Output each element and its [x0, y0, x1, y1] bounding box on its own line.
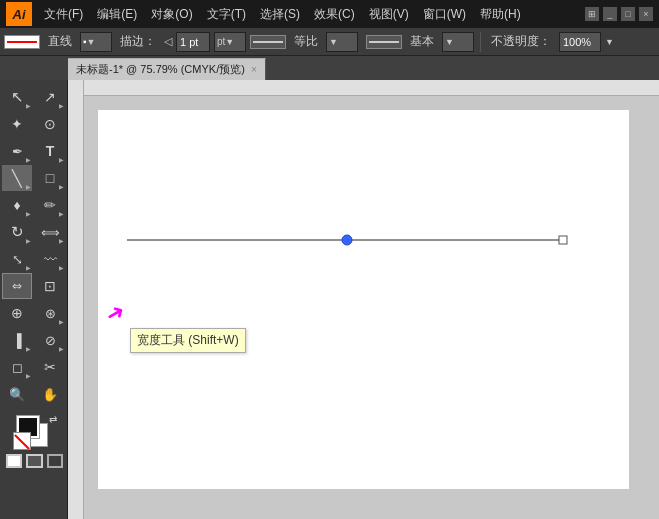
tool-shape-builder[interactable]: ⊕	[2, 300, 32, 326]
horizontal-ruler: /* ruler ticks */	[68, 80, 659, 96]
hand-icon: ✋	[42, 387, 58, 402]
line-endpoint-handle[interactable]	[559, 236, 567, 244]
tool-free-transform[interactable]: ⊡	[35, 273, 65, 299]
scale-arrow: ▶	[26, 264, 31, 271]
pen-icon: ✒	[12, 144, 23, 159]
menu-file[interactable]: 文件(F)	[38, 4, 89, 25]
tool-magic-wand[interactable]: ✦	[2, 111, 32, 137]
color-area: ⇄	[2, 408, 67, 468]
screen-mode-row	[6, 454, 63, 468]
tooltip: 宽度工具 (Shift+W)	[130, 328, 246, 353]
type-icon: T	[46, 143, 55, 159]
line-icon: ╲	[12, 169, 22, 188]
title-bar: Ai 文件(F) 编辑(E) 对象(O) 文字(T) 选择(S) 效果(C) 视…	[0, 0, 659, 28]
menu-bar: 文件(F) 编辑(E) 对象(O) 文字(T) 选择(S) 效果(C) 视图(V…	[38, 4, 579, 25]
scissors-icon: ✂	[44, 359, 56, 375]
border-value-input[interactable]	[176, 32, 210, 52]
tool-symbol[interactable]: ⊛ ▶	[35, 300, 65, 326]
chart-icon: ▐	[12, 333, 21, 348]
scale-icon: ⤡	[12, 252, 23, 267]
warp-icon: 〰	[44, 252, 57, 267]
zoom-icon: 🔍	[9, 387, 25, 402]
tool-eraser[interactable]: ◻ ▶	[2, 354, 32, 380]
border-unit-label: pt	[217, 36, 225, 47]
paintbrush-icon: ♦	[13, 197, 20, 213]
tool-scissors[interactable]: ✂	[35, 354, 65, 380]
tool-zoom[interactable]: 🔍	[2, 381, 32, 407]
opacity-input[interactable]	[559, 32, 601, 52]
opacity-arrow[interactable]: ▼	[605, 37, 614, 47]
tab-close-button[interactable]: ×	[251, 64, 257, 75]
menu-window[interactable]: 窗口(W)	[417, 4, 472, 25]
tool-pen[interactable]: ✒ ▶	[2, 138, 32, 164]
fill-stroke-boxes: ⇄	[13, 414, 57, 450]
tool-chart[interactable]: ▐ ▶	[2, 327, 32, 353]
tool-lasso[interactable]: ⊙	[35, 111, 65, 137]
tab-label: 未标题-1* @ 75.79% (CMYK/预览)	[76, 62, 245, 77]
menu-edit[interactable]: 编辑(E)	[91, 4, 143, 25]
stroke-type-arrow: ▼	[87, 37, 96, 47]
equal-label: 等比	[290, 33, 322, 50]
direct-select-arrow: ▶	[59, 102, 64, 109]
menu-text[interactable]: 文字(T)	[201, 4, 252, 25]
direct-select-icon: ↗	[44, 89, 56, 105]
fullscreen-mode-button[interactable]	[26, 454, 42, 468]
window-controls: ⊞ _ □ ×	[585, 7, 653, 21]
none-icon[interactable]	[13, 432, 31, 450]
tool-line[interactable]: ╲ ▶	[2, 165, 32, 191]
stroke-color-preview[interactable]	[4, 35, 40, 49]
border-unit-arrow: ▼	[225, 37, 234, 47]
width-icon: ⇔	[12, 279, 22, 293]
tooltip-text: 宽度工具 (Shift+W)	[137, 333, 239, 347]
magic-wand-icon: ✦	[11, 116, 23, 132]
menu-view[interactable]: 视图(V)	[363, 4, 415, 25]
border-unit-dropdown[interactable]: pt ▼	[214, 32, 246, 52]
tool-hand[interactable]: ✋	[35, 381, 65, 407]
tool-paintbrush[interactable]: ♦ ▶	[2, 192, 32, 218]
slice-arrow: ▶	[59, 345, 64, 352]
pen-arrow: ▶	[26, 156, 31, 163]
tool-rectangle[interactable]: □ ▶	[35, 165, 65, 191]
base-dropdown[interactable]: ▼	[442, 32, 474, 52]
opacity-label: 不透明度：	[487, 33, 555, 50]
line-midpoint-handle[interactable]	[342, 235, 352, 245]
drawing-canvas[interactable]	[98, 110, 629, 489]
rotate-icon: ↻	[11, 223, 24, 241]
tool-width[interactable]: ⇔	[2, 273, 32, 299]
pencil-arrow: ▶	[59, 210, 64, 217]
menu-help[interactable]: 帮助(H)	[474, 4, 527, 25]
tool-rotate[interactable]: ↻ ▶	[2, 219, 32, 245]
presentation-mode-button[interactable]	[47, 454, 63, 468]
close-button[interactable]: ×	[639, 7, 653, 21]
equal-dropdown[interactable]: ▼	[326, 32, 358, 52]
minimize-button[interactable]: _	[603, 7, 617, 21]
menu-object[interactable]: 对象(O)	[145, 4, 198, 25]
eraser-icon: ◻	[12, 360, 23, 375]
grid-icon[interactable]: ⊞	[585, 7, 599, 21]
toolbox: ↖ ▶ ↗ ▶ ✦ ⊙ ✒ ▶ T ▶ ╲ ▶ □ ▶	[0, 80, 68, 519]
active-tab[interactable]: 未标题-1* @ 75.79% (CMYK/预览) ×	[68, 58, 266, 80]
normal-mode-button[interactable]	[6, 454, 22, 468]
tool-pencil[interactable]: ✏ ▶	[35, 192, 65, 218]
main-area: ↖ ▶ ↗ ▶ ✦ ⊙ ✒ ▶ T ▶ ╲ ▶ □ ▶	[0, 80, 659, 519]
menu-effect[interactable]: 效果(C)	[308, 4, 361, 25]
canvas-area: /* ruler ticks */ 宽度工具 (Shift+W) ➜	[68, 80, 659, 519]
menu-select[interactable]: 选择(S)	[254, 4, 306, 25]
tool-select[interactable]: ↖ ▶	[2, 84, 32, 110]
tool-reflect[interactable]: ⟺ ▶	[35, 219, 65, 245]
swap-icon[interactable]: ⇄	[49, 414, 57, 425]
tool-warp[interactable]: 〰 ▶	[35, 246, 65, 272]
base-solid-line	[369, 41, 399, 43]
stroke-type-dropdown[interactable]: ▪ ▼	[80, 32, 112, 52]
base-label: 基本	[406, 33, 438, 50]
tool-type[interactable]: T ▶	[35, 138, 65, 164]
maximize-button[interactable]: □	[621, 7, 635, 21]
tool-direct-select[interactable]: ↗ ▶	[35, 84, 65, 110]
base-arrow: ▼	[445, 37, 454, 47]
stroke-style-preview[interactable]	[250, 35, 286, 49]
toolbar: 直线 ▪ ▼ 描边： ◁ pt ▼ 等比 ▼ 基本 ▼ 不透明度： ▼	[0, 28, 659, 56]
tool-slice[interactable]: ⊘ ▶	[35, 327, 65, 353]
rotate-arrow: ▶	[26, 237, 31, 244]
base-style-preview[interactable]	[366, 35, 402, 49]
tool-scale[interactable]: ⤡ ▶	[2, 246, 32, 272]
